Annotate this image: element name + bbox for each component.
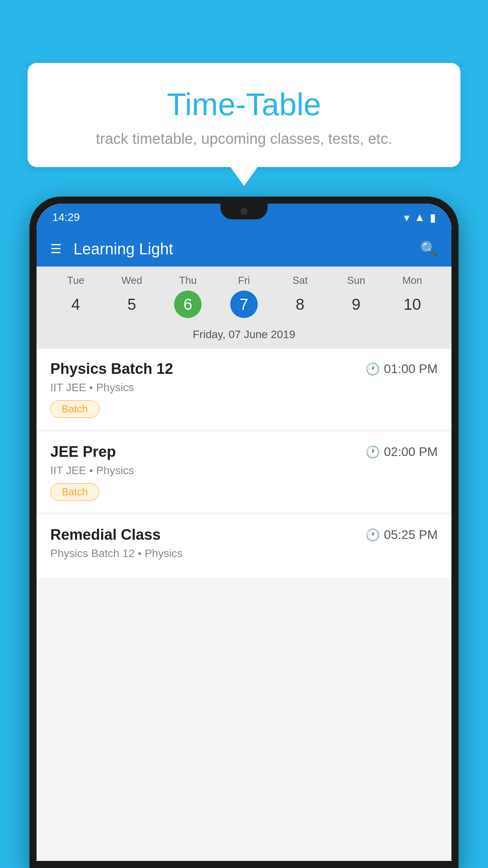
day-name: Tue <box>67 274 84 287</box>
wifi-icon: ▾ <box>404 211 409 224</box>
selected-date: Friday, 07 June 2019 <box>48 323 440 345</box>
batch-badge: Batch <box>50 483 99 501</box>
day-number[interactable]: 8 <box>286 291 314 318</box>
day-col[interactable]: Tue4 <box>48 274 103 318</box>
calendar-section: Tue4Wed5Thu6Fri7Sat8Sun9Mon10 Friday, 07… <box>37 267 451 349</box>
day-number[interactable]: 4 <box>62 291 90 318</box>
clock-icon: 🕐 <box>365 445 380 459</box>
app-header: ☰ Learning Light 🔍 <box>37 231 451 267</box>
day-col[interactable]: Fri7 <box>216 274 271 318</box>
clock-icon: 🕐 <box>365 528 380 542</box>
schedule-item-name: Physics Batch 12 <box>50 360 173 377</box>
phone-frame: 14:29 ▾ ▲ ▮ ☰ Learning Light 🔍 Tue4Wed5T… <box>29 197 459 868</box>
day-col[interactable]: Sat8 <box>273 274 327 318</box>
day-col[interactable]: Mon10 <box>385 274 440 318</box>
schedule-item-header: Physics Batch 12🕐01:00 PM <box>50 360 438 377</box>
status-bar: 14:29 ▾ ▲ ▮ <box>37 204 451 231</box>
camera-dot <box>240 208 248 215</box>
day-name: Fri <box>238 274 250 287</box>
speech-bubble: Time-Table track timetable, upcoming cla… <box>28 63 460 167</box>
day-col[interactable]: Sun9 <box>329 274 383 318</box>
status-time: 14:29 <box>52 211 80 224</box>
phone-screen: 14:29 ▾ ▲ ▮ ☰ Learning Light 🔍 Tue4Wed5T… <box>37 204 451 861</box>
schedule-item-time: 🕐02:00 PM <box>365 445 438 459</box>
bubble-title: Time-Table <box>47 86 441 123</box>
schedule-item[interactable]: Remedial Class🕐05:25 PMPhysics Batch 12 … <box>37 515 451 578</box>
schedule-item-header: Remedial Class🕐05:25 PM <box>50 526 438 543</box>
day-name: Wed <box>121 274 142 287</box>
schedule-item-meta: Physics Batch 12 • Physics <box>50 547 438 560</box>
time-text: 02:00 PM <box>384 445 438 459</box>
schedule-item-name: Remedial Class <box>50 526 161 543</box>
schedule-item[interactable]: Physics Batch 12🕐01:00 PMIIT JEE • Physi… <box>37 349 451 430</box>
day-name: Sat <box>292 274 308 287</box>
days-row: Tue4Wed5Thu6Fri7Sat8Sun9Mon10 <box>48 274 440 318</box>
bubble-subtitle: track timetable, upcoming classes, tests… <box>47 131 441 147</box>
day-number[interactable]: 6 <box>174 291 202 318</box>
day-number[interactable]: 7 <box>230 291 258 318</box>
schedule-item-header: JEE Prep🕐02:00 PM <box>50 443 438 460</box>
schedule-item-meta: IIT JEE • Physics <box>50 381 438 394</box>
day-number[interactable]: 5 <box>118 291 145 318</box>
day-col[interactable]: Wed5 <box>105 274 159 318</box>
time-text: 01:00 PM <box>384 362 438 376</box>
day-number[interactable]: 10 <box>398 291 426 318</box>
clock-icon: 🕐 <box>365 362 380 376</box>
day-number[interactable]: 9 <box>342 291 370 318</box>
batch-badge: Batch <box>50 400 99 418</box>
schedule-item-name: JEE Prep <box>50 443 116 460</box>
schedule-item[interactable]: JEE Prep🕐02:00 PMIIT JEE • PhysicsBatch <box>37 432 451 513</box>
day-name: Thu <box>179 274 197 287</box>
schedule-item-time: 🕐01:00 PM <box>365 362 438 376</box>
day-name: Sun <box>347 274 365 287</box>
signal-icon: ▲ <box>414 211 425 224</box>
schedule-item-time: 🕐05:25 PM <box>365 528 438 542</box>
app-title: Learning Light <box>73 240 420 258</box>
battery-icon: ▮ <box>430 211 436 224</box>
status-icons: ▾ ▲ ▮ <box>404 211 436 224</box>
hamburger-icon[interactable]: ☰ <box>50 243 62 255</box>
notch <box>220 204 268 219</box>
day-col[interactable]: Thu6 <box>161 274 215 318</box>
schedule-item-meta: IIT JEE • Physics <box>50 464 438 477</box>
schedule-list: Physics Batch 12🕐01:00 PMIIT JEE • Physi… <box>37 349 451 861</box>
day-name: Mon <box>402 274 422 287</box>
speech-bubble-section: Time-Table track timetable, upcoming cla… <box>28 63 460 167</box>
time-text: 05:25 PM <box>384 528 438 542</box>
search-icon[interactable]: 🔍 <box>420 241 438 257</box>
